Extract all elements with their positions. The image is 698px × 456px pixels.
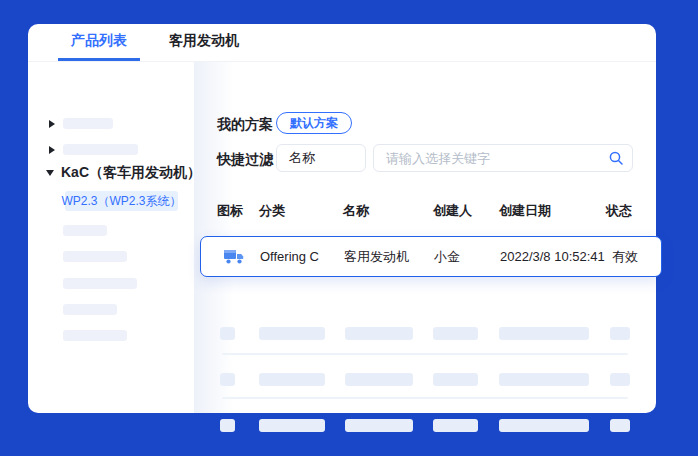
skeleton-bar [433,373,478,386]
column-header-status: 状态 [606,202,632,220]
chevron-right-icon [49,146,55,154]
skeleton-bar [63,278,137,289]
tab-bar: 产品列表 客用发动机 [28,24,656,62]
truck-icon [223,248,245,266]
skeleton-bar [220,327,235,340]
row-cell-category: Offering C [260,249,319,264]
row-cell-status: 有效 [612,248,638,266]
row-cell-created-date: 2022/3/8 10:52:41 [500,249,605,264]
row-cell-creator: 小金 [434,248,460,266]
default-plan-button[interactable]: 默认方案 [276,112,352,134]
row-divider [222,353,628,355]
skeleton-bar [63,225,107,236]
chevron-right-icon [49,120,55,128]
skeleton-bar [259,373,325,386]
column-header-name: 名称 [343,202,369,220]
tree-item-collapsed-1[interactable] [49,118,113,129]
skeleton-bar [610,373,630,386]
skeleton-bar [259,419,325,432]
column-header-created-date: 创建日期 [499,202,551,220]
my-plan-label: 我的方案 [217,116,273,134]
skeleton-bar [63,144,138,155]
tab-passenger-engine[interactable]: 客用发动机 [156,24,252,61]
quick-filter-label: 快捷过滤 [217,151,273,169]
search-icon[interactable] [608,150,624,166]
row-divider [222,397,628,399]
table-row-selected[interactable]: Offering C 客用发动机 小金 2022/3/8 10:52:41 有效 [200,236,662,277]
skeleton-bar [610,419,630,432]
skeleton-bar [345,419,413,432]
main-panel: 我的方案 默认方案 快捷过滤 名称 图标 分类 名称 创建人 创建日期 状态 [195,62,656,413]
skeleton-bar [63,304,117,315]
skeleton-bar [63,330,127,341]
skeleton-bar [63,251,127,262]
skeleton-bar [499,373,589,386]
app-window: 产品列表 客用发动机 KaC（客车用发动机） WP2.3（WP2.3系统） 我的… [28,24,656,413]
skeleton-bar [610,327,630,340]
skeleton-bar [499,419,589,432]
skeleton-bar [433,327,478,340]
tree-subitem-wp23[interactable]: WP2.3（WP2.3系统） [65,191,178,211]
skeleton-bar [433,419,478,432]
tab-product-list[interactable]: 产品列表 [58,24,140,61]
column-header-category: 分类 [259,202,285,220]
search-box [373,144,633,172]
skeleton-bar [259,327,325,340]
skeleton-bar [220,419,235,432]
skeleton-bar [345,373,413,386]
skeleton-bar [499,327,589,340]
skeleton-bar [63,118,113,129]
column-header-creator: 创建人 [433,202,472,220]
tree-item-kac[interactable]: KaC（客车用发动机） [46,164,201,182]
search-input[interactable] [373,144,633,172]
skeleton-bar [220,373,235,386]
tree-item-collapsed-2[interactable] [49,144,138,155]
chevron-down-icon [46,170,54,176]
filter-field-select[interactable]: 名称 [276,144,366,172]
sidebar-tree: KaC（客车用发动机） WP2.3（WP2.3系统） [28,62,195,413]
column-header-icon: 图标 [217,202,243,220]
skeleton-bar [345,327,413,340]
tree-item-label: KaC（客车用发动机） [61,164,201,182]
row-cell-name: 客用发动机 [344,248,409,266]
